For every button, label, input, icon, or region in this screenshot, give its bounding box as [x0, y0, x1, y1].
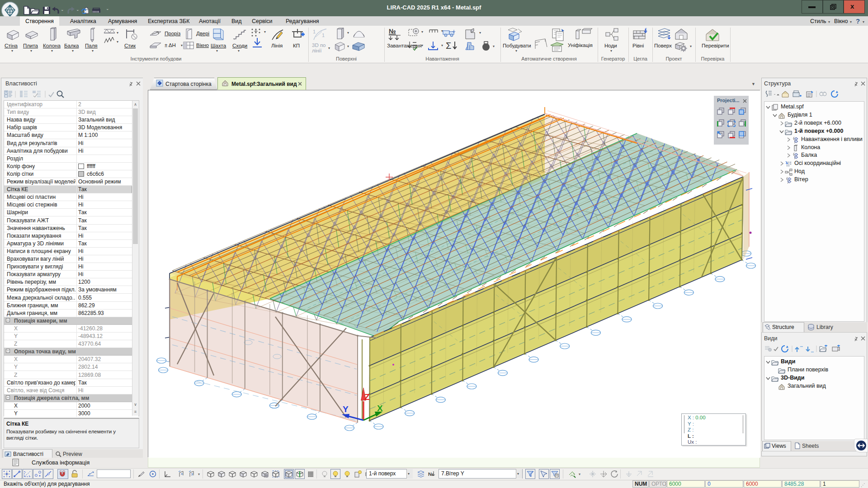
svg-text:y: y — [191, 472, 193, 476]
svg-text:Σ: Σ — [446, 41, 451, 51]
svg-text:X: X — [377, 404, 383, 413]
svg-text:1: 1 — [322, 33, 325, 38]
svg-text:Y: Y — [343, 404, 349, 414]
svg-text:№: № — [428, 471, 434, 477]
svg-text:1: 1 — [313, 29, 316, 34]
svg-text:₤: ₤ — [645, 27, 647, 32]
svg-text:Z: Z — [364, 392, 370, 402]
svg-text:x: x — [181, 472, 183, 476]
svg-text:№: № — [389, 28, 396, 35]
